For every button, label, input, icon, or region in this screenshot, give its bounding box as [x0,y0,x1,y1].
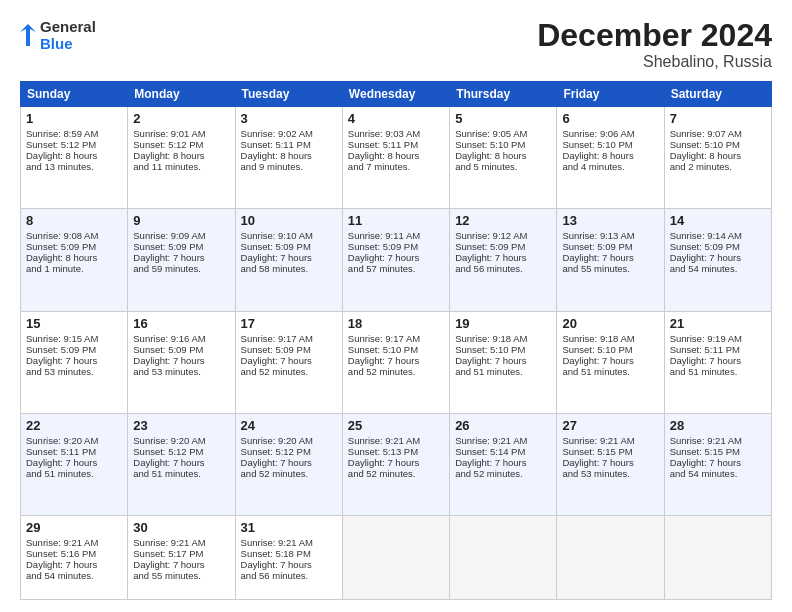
cell-info-line: Daylight: 8 hours [241,150,337,161]
cell-info-line: Sunset: 5:12 PM [241,446,337,457]
cell-info-line: and 54 minutes. [670,263,766,274]
cell-info-line: and 4 minutes. [562,161,658,172]
cell-info-line: Daylight: 7 hours [455,252,551,263]
cell-info-line: and 56 minutes. [241,570,337,581]
cell-info-line: and 52 minutes. [455,468,551,479]
cell-info-line: Sunset: 5:18 PM [241,548,337,559]
cell-info-line: Sunrise: 9:18 AM [562,333,658,344]
cell-info-line: Sunset: 5:11 PM [670,344,766,355]
cell-info-line: Sunset: 5:10 PM [455,139,551,150]
cell-info-line: Sunset: 5:09 PM [241,241,337,252]
cell-info-line: and 51 minutes. [133,468,229,479]
day-number: 17 [241,316,337,331]
day-number: 15 [26,316,122,331]
cell-info-line: Sunset: 5:09 PM [26,344,122,355]
calendar-week-row: 8Sunrise: 9:08 AMSunset: 5:09 PMDaylight… [21,209,772,311]
cell-info-line: Daylight: 7 hours [241,457,337,468]
location-subtitle: Shebalino, Russia [537,53,772,71]
day-number: 5 [455,111,551,126]
cell-info-line: Sunrise: 9:01 AM [133,128,229,139]
cell-info-line: Sunset: 5:16 PM [26,548,122,559]
month-year-title: December 2024 [537,18,772,53]
table-row [450,516,557,600]
table-row: 3Sunrise: 9:02 AMSunset: 5:11 PMDaylight… [235,107,342,209]
cell-info-line: and 51 minutes. [562,366,658,377]
day-number: 12 [455,213,551,228]
calendar-week-row: 15Sunrise: 9:15 AMSunset: 5:09 PMDayligh… [21,311,772,413]
cell-info-line: and 53 minutes. [133,366,229,377]
cell-info-line: Daylight: 8 hours [455,150,551,161]
cell-info-line: Sunrise: 9:21 AM [26,537,122,548]
table-row: 24Sunrise: 9:20 AMSunset: 5:12 PMDayligh… [235,414,342,516]
cell-info-line: Sunrise: 9:11 AM [348,230,444,241]
day-number: 14 [670,213,766,228]
cell-info-line: Sunset: 5:10 PM [455,344,551,355]
cell-info-line: Sunrise: 9:08 AM [26,230,122,241]
table-row: 22Sunrise: 9:20 AMSunset: 5:11 PMDayligh… [21,414,128,516]
cell-info-line: Daylight: 7 hours [670,457,766,468]
cell-info-line: Daylight: 7 hours [26,559,122,570]
cell-info-line: Sunset: 5:10 PM [562,344,658,355]
cell-info-line: and 52 minutes. [241,366,337,377]
day-number: 28 [670,418,766,433]
cell-info-line: Daylight: 8 hours [562,150,658,161]
cell-info-line: Daylight: 7 hours [26,457,122,468]
calendar-week-row: 1Sunrise: 8:59 AMSunset: 5:12 PMDaylight… [21,107,772,209]
cell-info-line: Daylight: 8 hours [26,252,122,263]
cell-info-line: and 52 minutes. [348,468,444,479]
day-number: 13 [562,213,658,228]
logo-bird-icon [20,24,36,46]
cell-info-line: Sunrise: 9:21 AM [133,537,229,548]
cell-info-line: Sunset: 5:09 PM [26,241,122,252]
table-row: 15Sunrise: 9:15 AMSunset: 5:09 PMDayligh… [21,311,128,413]
cell-info-line: and 7 minutes. [348,161,444,172]
svg-marker-0 [20,24,36,46]
cell-info-line: Sunrise: 9:20 AM [241,435,337,446]
cell-info-line: Daylight: 7 hours [241,355,337,366]
day-number: 18 [348,316,444,331]
table-row: 31Sunrise: 9:21 AMSunset: 5:18 PMDayligh… [235,516,342,600]
cell-info-line: Daylight: 7 hours [562,252,658,263]
day-number: 25 [348,418,444,433]
cell-info-line: Sunset: 5:13 PM [348,446,444,457]
cell-info-line: Daylight: 7 hours [455,457,551,468]
logo-line2: Blue [40,35,96,52]
cell-info-line: Sunset: 5:12 PM [133,446,229,457]
table-row: 8Sunrise: 9:08 AMSunset: 5:09 PMDaylight… [21,209,128,311]
cell-info-line: and 1 minute. [26,263,122,274]
title-block: December 2024 Shebalino, Russia [537,18,772,71]
day-number: 20 [562,316,658,331]
calendar-week-row: 29Sunrise: 9:21 AMSunset: 5:16 PMDayligh… [21,516,772,600]
cell-info-line: Sunset: 5:11 PM [348,139,444,150]
table-row: 1Sunrise: 8:59 AMSunset: 5:12 PMDaylight… [21,107,128,209]
cell-info-line: and 55 minutes. [133,570,229,581]
cell-info-line: Sunset: 5:09 PM [670,241,766,252]
cell-info-line: and 55 minutes. [562,263,658,274]
table-row: 10Sunrise: 9:10 AMSunset: 5:09 PMDayligh… [235,209,342,311]
cell-info-line: Daylight: 7 hours [670,252,766,263]
cell-info-line: Sunset: 5:10 PM [670,139,766,150]
cell-info-line: Sunrise: 9:21 AM [241,537,337,548]
cell-info-line: Sunset: 5:09 PM [133,241,229,252]
cell-info-line: Sunset: 5:09 PM [133,344,229,355]
cell-info-line: and 54 minutes. [670,468,766,479]
cell-info-line: Sunset: 5:15 PM [562,446,658,457]
cell-info-line: and 9 minutes. [241,161,337,172]
cell-info-line: Sunrise: 9:20 AM [133,435,229,446]
cell-info-line: Daylight: 8 hours [26,150,122,161]
cell-info-line: and 53 minutes. [26,366,122,377]
table-row: 19Sunrise: 9:18 AMSunset: 5:10 PMDayligh… [450,311,557,413]
col-thursday: Thursday [450,82,557,107]
table-row: 5Sunrise: 9:05 AMSunset: 5:10 PMDaylight… [450,107,557,209]
cell-info-line: Sunset: 5:15 PM [670,446,766,457]
cell-info-line: Sunrise: 9:21 AM [670,435,766,446]
cell-info-line: Daylight: 7 hours [670,355,766,366]
table-row: 23Sunrise: 9:20 AMSunset: 5:12 PMDayligh… [128,414,235,516]
cell-info-line: Daylight: 7 hours [133,355,229,366]
day-number: 30 [133,520,229,535]
table-row: 4Sunrise: 9:03 AMSunset: 5:11 PMDaylight… [342,107,449,209]
cell-info-line: Sunset: 5:09 PM [455,241,551,252]
day-number: 31 [241,520,337,535]
table-row: 7Sunrise: 9:07 AMSunset: 5:10 PMDaylight… [664,107,771,209]
table-row [342,516,449,600]
